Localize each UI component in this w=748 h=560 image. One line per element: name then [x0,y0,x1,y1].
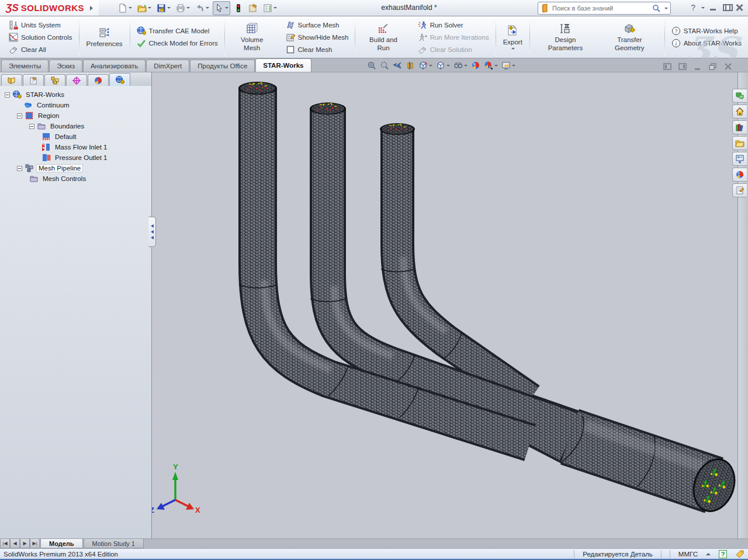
solution-controls-button[interactable]: Solution Controls [7,32,74,43]
collapse-icon[interactable] [17,166,22,171]
help-dropdown-icon[interactable] [701,7,705,9]
tree-item-continuum[interactable]: Continuum [1,100,151,110]
tab-star-works[interactable]: STAR-Works [255,58,311,72]
dropdown-arrow-icon[interactable] [148,7,151,9]
tree-item-pressure-outlet[interactable]: Pressure Outlet 1 [1,152,151,163]
previous-view-icon[interactable] [393,61,402,70]
build-and-run-button[interactable]: Build and Run [360,21,406,53]
search-input[interactable] [552,5,649,12]
transfer-geometry-button[interactable]: Transfer Geometry [600,21,660,53]
tree-item-mesh-pipeline[interactable]: Mesh Pipeline [1,163,151,173]
quick-tip-help-icon[interactable]: ? [719,550,727,558]
units-dropdown-icon[interactable] [706,553,711,555]
apply-scene-icon[interactable] [484,61,498,70]
design-parameters-button[interactable]: Design Parameters [535,21,596,53]
view-orientation-icon[interactable] [418,61,432,70]
dropdown-arrow-icon[interactable] [464,65,468,67]
design-library-icon[interactable] [732,120,747,134]
surface-mesh-button[interactable]: Surface Mesh [284,19,351,31]
checklist-form-button[interactable] [261,1,279,15]
dropdown-arrow-icon[interactable] [512,65,515,67]
help-button[interactable]: ? [691,3,695,12]
tab-office-products[interactable]: Продукты Office [190,60,255,72]
tab-elements[interactable]: Элементы [1,60,49,72]
last-tab-button[interactable]: ▶| [30,539,40,548]
tree-item-region[interactable]: Region [1,110,151,121]
graphics-viewport[interactable]: Y X Z [152,72,737,538]
solidworks-forum-icon[interactable] [732,89,747,103]
tab-sketch[interactable]: Эскиз [49,60,82,72]
solidworks-resources-icon[interactable] [732,105,747,119]
previous-tab-button[interactable]: ◀ [10,539,20,548]
units-system-button[interactable]: Units System [7,19,74,31]
dropdown-arrow-icon[interactable] [129,7,132,9]
export-button[interactable]: Export [501,23,525,50]
dimxpert-manager-tab[interactable] [66,74,87,86]
restore-button[interactable] [722,4,730,11]
view-settings-icon[interactable] [501,61,515,70]
split-left-icon[interactable] [663,62,672,71]
tree-item-boundaries[interactable]: Boundaries [1,121,151,131]
appearances-scenes-icon[interactable] [732,168,747,182]
tab-dimxpert[interactable]: DimXpert [146,60,189,72]
display-style-icon[interactable] [436,61,450,70]
star-works-manager-tab[interactable] [109,73,130,86]
split-right-icon[interactable] [678,62,687,71]
close-button[interactable] [735,4,743,11]
volume-mesh-button[interactable]: Volume Mesh [230,21,275,53]
collapse-icon[interactable] [5,92,10,98]
dropdown-arrow-icon[interactable] [167,7,171,9]
collapse-icon[interactable] [29,124,34,129]
tree-item-mesh-controls[interactable]: Mesh Controls [1,173,151,184]
doc-close-icon[interactable] [723,62,733,71]
file-explorer-icon[interactable] [732,136,747,150]
preferences-button[interactable]: Preferences [84,25,125,49]
dropdown-arrow-icon[interactable] [206,7,209,9]
motion-study-tab[interactable]: Motion Study 1 [84,539,144,548]
check-model-button[interactable]: Check Model for Errors [135,37,220,49]
display-manager-tab[interactable] [88,74,109,86]
undo-button[interactable] [193,1,211,15]
traffic-light-button[interactable] [232,1,245,15]
collapse-icon[interactable] [17,113,22,119]
tab-analyze[interactable]: Анализировать [83,60,146,72]
units-selector[interactable]: ММГС [678,551,698,558]
search-icon[interactable] [652,4,661,13]
feature-manager-tab[interactable] [1,74,22,86]
dropdown-arrow-icon[interactable] [225,7,228,9]
clear-mesh-button[interactable]: Clear Mesh [284,44,351,55]
run-solver-button[interactable]: Run Solver [416,19,491,31]
dropdown-arrow-icon[interactable] [273,7,277,9]
dropdown-arrow-icon[interactable] [446,65,450,67]
print-document-button[interactable] [174,1,192,15]
tag-icon[interactable] [735,549,744,559]
section-view-icon[interactable] [406,61,415,70]
zoom-to-fit-icon[interactable] [367,61,376,70]
dropdown-arrow-icon[interactable] [494,65,498,67]
configuration-manager-tab[interactable] [44,74,65,86]
open-document-button[interactable] [136,1,153,15]
save-document-button[interactable] [155,1,172,15]
first-tab-button[interactable]: |◀ [0,539,10,548]
zoom-to-area-icon[interactable] [380,61,389,70]
tree-item-mass-flow-inlet[interactable]: Mass Flow Inlet 1 [1,142,151,152]
model-tab[interactable]: Модель [40,539,83,548]
menu-expand-icon[interactable] [90,6,93,11]
property-manager-tab[interactable] [23,74,44,86]
show-hide-mesh-button[interactable]: Show/Hide Mesh [284,32,351,43]
transfer-cae-model-button[interactable]: Transfer CAE Model [135,25,220,37]
select-tool-button[interactable] [213,1,230,15]
tree-item-default[interactable]: Default [1,131,151,142]
about-star-works-button[interactable]: i About STAR-Works [670,37,743,49]
new-document-button[interactable] [116,1,134,15]
dropdown-arrow-icon[interactable] [429,65,432,67]
clear-all-button[interactable]: Clear All [7,44,74,55]
dropdown-arrow-icon[interactable] [186,7,190,9]
view-palette-icon[interactable] [732,152,747,166]
run-more-iterations-button[interactable]: Run More Iterations [416,32,491,43]
export-dropdown-icon[interactable] [511,48,515,50]
minimize-button[interactable] [709,4,718,11]
options-notebook-button[interactable] [247,1,259,15]
clear-solution-button[interactable]: Clear Solution [416,44,491,55]
doc-restore-icon[interactable] [708,62,718,71]
